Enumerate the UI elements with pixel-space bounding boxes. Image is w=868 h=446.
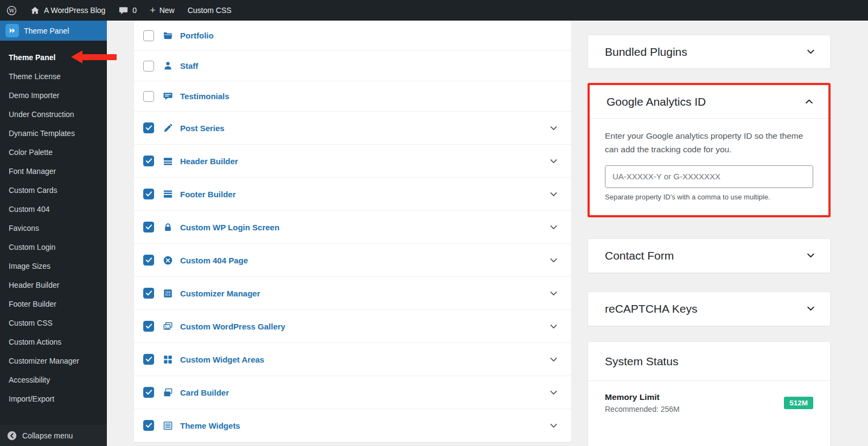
customizer-icon <box>163 288 173 299</box>
panel-system-status-header: System Status <box>588 342 830 381</box>
feature-checkbox[interactable] <box>143 420 154 431</box>
chevron-down-icon[interactable] <box>806 47 816 57</box>
feature-checkbox[interactable] <box>143 61 154 72</box>
feature-link[interactable]: Portfolio <box>180 31 214 40</box>
new-label: New <box>159 6 175 15</box>
sidebar-item-color-palette[interactable]: Color Palette <box>0 143 107 161</box>
chevron-down-icon[interactable] <box>549 388 558 397</box>
sidebar-item-theme-panel[interactable]: Theme Panel <box>0 48 107 67</box>
chevron-down-icon[interactable] <box>806 251 816 261</box>
feature-checkbox[interactable] <box>143 156 154 166</box>
sidebar-item-favicons[interactable]: Favicons <box>0 218 107 237</box>
feature-row: Card Builder <box>134 376 571 409</box>
wp-logo[interactable]: W <box>0 0 23 21</box>
sidebar-item-demo-importer[interactable]: Demo Importer <box>0 86 107 105</box>
panel-title: Contact Form <box>605 249 674 262</box>
sidebar-item-import-export[interactable]: Import/Export <box>0 389 107 408</box>
feature-row: Theme Widgets <box>134 409 571 442</box>
chevron-down-icon[interactable] <box>549 289 558 298</box>
feature-link[interactable]: Customizer Manager <box>180 289 260 298</box>
feature-row: Header Builder <box>134 145 571 178</box>
feature-row: Custom WP Login Screen <box>134 211 571 244</box>
comments-link[interactable]: 0 <box>112 0 143 21</box>
feature-row: Customizer Manager <box>134 277 571 310</box>
panel-title: reCAPTCHA Keys <box>605 302 697 315</box>
sidebar-item-customizer-manager[interactable]: Customizer Manager <box>0 351 107 370</box>
feature-link[interactable]: Header Builder <box>180 157 238 166</box>
widget-areas-icon <box>163 354 173 365</box>
feature-link[interactable]: Custom WordPress Gallery <box>180 322 285 331</box>
feature-rows: PortfolioStaffTestimonialsPost SeriesHea… <box>134 21 571 442</box>
feature-checkbox[interactable] <box>143 30 154 41</box>
feature-checkbox[interactable] <box>143 255 154 266</box>
features-panel: PortfolioStaffTestimonialsPost SeriesHea… <box>134 21 571 442</box>
ga-property-id-input[interactable] <box>605 165 813 188</box>
panel-title: Google Analytics ID <box>607 95 706 108</box>
sidebar-item-under-construction[interactable]: Under Construction <box>0 105 107 124</box>
feature-link[interactable]: Staff <box>180 61 198 70</box>
site-name-link[interactable]: A WordPress Blog <box>23 0 112 21</box>
sidebar-item-footer-builder[interactable]: Footer Builder <box>0 294 107 313</box>
feature-link[interactable]: Footer Builder <box>180 190 236 199</box>
gallery-icon <box>163 321 173 332</box>
feature-link[interactable]: Testimonials <box>180 92 229 101</box>
chevron-down-icon[interactable] <box>549 190 558 199</box>
chevron-down-icon[interactable] <box>549 322 558 331</box>
feature-row: Post Series <box>134 112 571 145</box>
panel-google-analytics-body: Enter your Google analytics property ID … <box>590 119 828 215</box>
comment-icon <box>118 5 129 16</box>
panel-title: Bundled Plugins <box>605 46 687 59</box>
feature-checkbox[interactable] <box>143 91 154 102</box>
panel-recaptcha-keys-header[interactable]: reCAPTCHA Keys <box>588 292 830 326</box>
sidebar-item-image-sizes[interactable]: Image Sizes <box>0 256 107 275</box>
staff-icon <box>163 61 173 71</box>
panel-title: System Status <box>605 355 678 368</box>
sidebar-item-custom-login[interactable]: Custom Login <box>0 237 107 256</box>
feature-row: Custom 404 Page <box>134 244 571 277</box>
site-name: A WordPress Blog <box>44 6 105 15</box>
admin-sidebar: Theme Panel Theme PanelTheme LicenseDemo… <box>0 21 107 446</box>
feature-checkbox[interactable] <box>143 222 154 232</box>
menu-theme-panel[interactable]: Theme Panel <box>0 21 107 41</box>
sidebar-item-font-manager[interactable]: Font Manager <box>0 161 107 180</box>
panel-bundled-plugins-header[interactable]: Bundled Plugins <box>588 35 830 68</box>
panel-contact-form-header[interactable]: Contact Form <box>588 239 830 273</box>
theme-widgets-icon <box>163 421 173 431</box>
feature-link[interactable]: Theme Widgets <box>180 421 240 430</box>
feature-link[interactable]: Post Series <box>180 124 225 133</box>
post-series-icon <box>163 123 173 133</box>
chevron-down-icon[interactable] <box>549 256 558 265</box>
chevron-down-icon[interactable] <box>549 223 558 232</box>
chevron-down-icon[interactable] <box>549 157 558 166</box>
feature-link[interactable]: Custom 404 Page <box>180 256 248 265</box>
sidebar-item-custom-404[interactable]: Custom 404 <box>0 199 107 218</box>
feature-link[interactable]: Card Builder <box>180 388 229 397</box>
feature-checkbox[interactable] <box>143 189 154 199</box>
sidebar-item-header-builder[interactable]: Header Builder <box>0 275 107 294</box>
feature-checkbox[interactable] <box>143 321 154 332</box>
chevron-up-icon[interactable] <box>805 97 814 107</box>
chevron-down-icon[interactable] <box>806 304 816 314</box>
sidebar-item-custom-css[interactable]: Custom CSS <box>0 313 107 332</box>
theme-panel-icon <box>5 24 19 37</box>
chevron-down-icon[interactable] <box>549 124 558 133</box>
sidebar-item-theme-license[interactable]: Theme License <box>0 67 107 86</box>
chevron-down-icon[interactable] <box>549 355 558 364</box>
feature-checkbox[interactable] <box>143 122 154 133</box>
sidebar-item-dynamic-templates[interactable]: Dynamic Templates <box>0 124 107 143</box>
sidebar-item-accessibility[interactable]: Accessibility <box>0 370 107 389</box>
sidebar-item-custom-cards[interactable]: Custom Cards <box>0 180 107 199</box>
feature-checkbox[interactable] <box>143 354 154 365</box>
status-memory-text: Memory Limit Recommended: 256M <box>605 392 680 413</box>
feature-link[interactable]: Custom WP Login Screen <box>180 223 279 232</box>
feature-checkbox[interactable] <box>143 288 154 299</box>
feature-checkbox[interactable] <box>143 387 154 398</box>
chevron-down-icon[interactable] <box>549 421 558 430</box>
panel-google-analytics-header[interactable]: Google Analytics ID <box>590 85 828 119</box>
sidebar-item-custom-actions[interactable]: Custom Actions <box>0 332 107 351</box>
new-button[interactable]: + New <box>143 0 181 21</box>
feature-link[interactable]: Custom Widget Areas <box>180 355 264 364</box>
feature-row: Staff <box>134 51 571 81</box>
admin-bar-page-link[interactable]: Custom CSS <box>181 0 238 21</box>
collapse-menu-button[interactable]: Collapse menu <box>0 425 107 446</box>
